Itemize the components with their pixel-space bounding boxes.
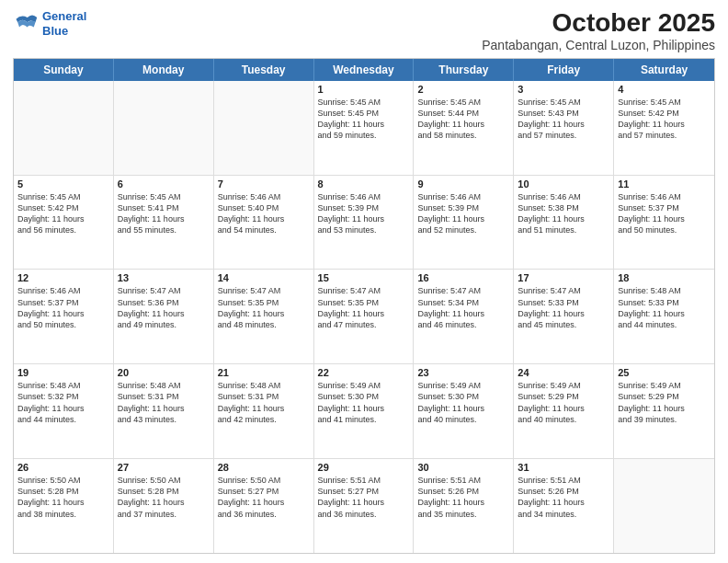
day-header-wednesday: Wednesday — [314, 59, 415, 81]
cell-day-number: 28 — [218, 462, 310, 473]
cell-info: Sunrise: 5:46 AM Sunset: 5:37 PM Dayligh… — [618, 191, 711, 236]
cell-day-number: 26 — [17, 462, 109, 473]
cell-info: Sunrise: 5:45 AM Sunset: 5:43 PM Dayligh… — [518, 97, 609, 142]
cell-day-number: 8 — [318, 178, 410, 190]
calendar-cell-w1-d5: 10Sunrise: 5:46 AM Sunset: 5:38 PM Dayli… — [514, 176, 614, 270]
calendar-cell-w0-d3: 1Sunrise: 5:45 AM Sunset: 5:45 PM Daylig… — [314, 81, 415, 175]
day-header-monday: Monday — [114, 59, 214, 81]
cell-day-number: 4 — [618, 84, 711, 95]
calendar-cell-w0-d4: 2Sunrise: 5:45 AM Sunset: 5:44 PM Daylig… — [414, 81, 514, 175]
calendar-header-row: SundayMondayTuesdayWednesdayThursdayFrid… — [14, 59, 714, 81]
cell-day-number: 13 — [118, 272, 210, 283]
cell-info: Sunrise: 5:49 AM Sunset: 5:29 PM Dayligh… — [518, 380, 609, 425]
calendar-cell-w4-d5: 31Sunrise: 5:51 AM Sunset: 5:26 PM Dayli… — [514, 459, 614, 553]
calendar-body: 1Sunrise: 5:45 AM Sunset: 5:45 PM Daylig… — [14, 81, 714, 553]
logo-line1: General — [42, 9, 86, 23]
cell-info: Sunrise: 5:45 AM Sunset: 5:41 PM Dayligh… — [118, 191, 210, 236]
cell-info: Sunrise: 5:45 AM Sunset: 5:42 PM Dayligh… — [618, 97, 711, 142]
logo-icon — [13, 11, 39, 37]
calendar-cell-w1-d6: 11Sunrise: 5:46 AM Sunset: 5:37 PM Dayli… — [614, 176, 714, 270]
calendar-cell-w2-d6: 18Sunrise: 5:48 AM Sunset: 5:33 PM Dayli… — [614, 270, 714, 363]
cell-day-number: 21 — [218, 367, 310, 378]
calendar-cell-w1-d1: 6Sunrise: 5:45 AM Sunset: 5:41 PM Daylig… — [114, 176, 214, 270]
cell-day-number: 5 — [17, 178, 109, 190]
logo: General Blue — [13, 9, 86, 38]
cell-info: Sunrise: 5:47 AM Sunset: 5:33 PM Dayligh… — [518, 285, 609, 330]
cell-info: Sunrise: 5:50 AM Sunset: 5:28 PM Dayligh… — [118, 475, 210, 520]
day-header-saturday: Saturday — [614, 59, 714, 81]
calendar-cell-w0-d2 — [214, 81, 314, 175]
calendar-cell-w0-d0 — [14, 81, 114, 175]
calendar-cell-w3-d5: 24Sunrise: 5:49 AM Sunset: 5:29 PM Dayli… — [514, 364, 614, 458]
cell-day-number: 20 — [118, 367, 210, 378]
cell-day-number: 27 — [118, 462, 210, 473]
calendar-cell-w2-d3: 15Sunrise: 5:47 AM Sunset: 5:35 PM Dayli… — [314, 270, 415, 363]
calendar-cell-w1-d3: 8Sunrise: 5:46 AM Sunset: 5:39 PM Daylig… — [314, 176, 415, 270]
calendar-cell-w2-d4: 16Sunrise: 5:47 AM Sunset: 5:34 PM Dayli… — [414, 270, 514, 363]
cell-day-number: 25 — [618, 367, 711, 378]
cell-info: Sunrise: 5:47 AM Sunset: 5:36 PM Dayligh… — [118, 285, 210, 330]
calendar-row-4: 26Sunrise: 5:50 AM Sunset: 5:28 PM Dayli… — [14, 459, 714, 553]
cell-day-number: 16 — [417, 272, 509, 283]
cell-day-number: 14 — [218, 272, 310, 283]
calendar-cell-w0-d5: 3Sunrise: 5:45 AM Sunset: 5:43 PM Daylig… — [514, 81, 614, 175]
calendar-row-2: 12Sunrise: 5:46 AM Sunset: 5:37 PM Dayli… — [14, 270, 714, 364]
cell-info: Sunrise: 5:47 AM Sunset: 5:35 PM Dayligh… — [318, 285, 410, 330]
day-header-tuesday: Tuesday — [214, 59, 314, 81]
calendar-cell-w3-d6: 25Sunrise: 5:49 AM Sunset: 5:29 PM Dayli… — [614, 364, 714, 458]
cell-info: Sunrise: 5:49 AM Sunset: 5:29 PM Dayligh… — [618, 380, 711, 425]
cell-info: Sunrise: 5:50 AM Sunset: 5:28 PM Dayligh… — [17, 475, 109, 520]
calendar-cell-w4-d4: 30Sunrise: 5:51 AM Sunset: 5:26 PM Dayli… — [414, 459, 514, 553]
cell-info: Sunrise: 5:51 AM Sunset: 5:26 PM Dayligh… — [417, 475, 509, 520]
cell-info: Sunrise: 5:50 AM Sunset: 5:27 PM Dayligh… — [218, 475, 310, 520]
cell-info: Sunrise: 5:47 AM Sunset: 5:34 PM Dayligh… — [417, 285, 509, 330]
day-header-sunday: Sunday — [14, 59, 114, 81]
cell-day-number: 19 — [17, 367, 109, 378]
calendar-cell-w1-d0: 5Sunrise: 5:45 AM Sunset: 5:42 PM Daylig… — [14, 176, 114, 270]
cell-day-number: 6 — [118, 178, 210, 190]
cell-day-number: 30 — [417, 462, 509, 473]
calendar-cell-w4-d3: 29Sunrise: 5:51 AM Sunset: 5:27 PM Dayli… — [314, 459, 415, 553]
cell-day-number: 7 — [218, 178, 310, 190]
cell-day-number: 12 — [17, 272, 109, 283]
cell-day-number: 1 — [318, 84, 410, 95]
calendar-cell-w3-d1: 20Sunrise: 5:48 AM Sunset: 5:31 PM Dayli… — [114, 364, 214, 458]
cell-info: Sunrise: 5:48 AM Sunset: 5:33 PM Dayligh… — [618, 285, 711, 330]
cell-day-number: 17 — [518, 272, 609, 283]
cell-info: Sunrise: 5:49 AM Sunset: 5:30 PM Dayligh… — [318, 380, 410, 425]
logo-line2: Blue — [42, 24, 68, 38]
title-block: October 2025 Pantabangan, Central Luzon,… — [482, 9, 715, 52]
calendar-title: October 2025 — [482, 9, 715, 38]
cell-day-number: 22 — [318, 367, 410, 378]
cell-day-number: 15 — [318, 272, 410, 283]
cell-info: Sunrise: 5:45 AM Sunset: 5:42 PM Dayligh… — [17, 191, 109, 236]
cell-day-number: 9 — [417, 178, 509, 190]
cell-info: Sunrise: 5:46 AM Sunset: 5:40 PM Dayligh… — [218, 191, 310, 236]
cell-info: Sunrise: 5:49 AM Sunset: 5:30 PM Dayligh… — [417, 380, 509, 425]
cell-day-number: 24 — [518, 367, 609, 378]
cell-day-number: 31 — [518, 462, 609, 473]
day-header-thursday: Thursday — [414, 59, 514, 81]
cell-info: Sunrise: 5:46 AM Sunset: 5:39 PM Dayligh… — [417, 191, 509, 236]
calendar-cell-w0-d1 — [114, 81, 214, 175]
page: General Blue October 2025 Pantabangan, C… — [0, 0, 728, 563]
calendar-cell-w2-d5: 17Sunrise: 5:47 AM Sunset: 5:33 PM Dayli… — [514, 270, 614, 363]
cell-day-number: 11 — [618, 178, 711, 190]
calendar-row-1: 5Sunrise: 5:45 AM Sunset: 5:42 PM Daylig… — [14, 176, 714, 270]
cell-info: Sunrise: 5:46 AM Sunset: 5:39 PM Dayligh… — [318, 191, 410, 236]
cell-info: Sunrise: 5:47 AM Sunset: 5:35 PM Dayligh… — [218, 285, 310, 330]
cell-info: Sunrise: 5:46 AM Sunset: 5:38 PM Dayligh… — [518, 191, 609, 236]
cell-info: Sunrise: 5:48 AM Sunset: 5:31 PM Dayligh… — [218, 380, 310, 425]
cell-day-number: 10 — [518, 178, 609, 190]
cell-info: Sunrise: 5:48 AM Sunset: 5:31 PM Dayligh… — [118, 380, 210, 425]
calendar-cell-w2-d2: 14Sunrise: 5:47 AM Sunset: 5:35 PM Dayli… — [214, 270, 314, 363]
logo-text: General Blue — [42, 9, 86, 38]
cell-info: Sunrise: 5:46 AM Sunset: 5:37 PM Dayligh… — [17, 285, 109, 330]
calendar-row-0: 1Sunrise: 5:45 AM Sunset: 5:45 PM Daylig… — [14, 81, 714, 176]
calendar-cell-w4-d1: 27Sunrise: 5:50 AM Sunset: 5:28 PM Dayli… — [114, 459, 214, 553]
calendar-cell-w1-d4: 9Sunrise: 5:46 AM Sunset: 5:39 PM Daylig… — [414, 176, 514, 270]
calendar-cell-w2-d1: 13Sunrise: 5:47 AM Sunset: 5:36 PM Dayli… — [114, 270, 214, 363]
calendar-row-3: 19Sunrise: 5:48 AM Sunset: 5:32 PM Dayli… — [14, 364, 714, 459]
calendar-subtitle: Pantabangan, Central Luzon, Philippines — [482, 38, 715, 52]
calendar-cell-w4-d0: 26Sunrise: 5:50 AM Sunset: 5:28 PM Dayli… — [14, 459, 114, 553]
